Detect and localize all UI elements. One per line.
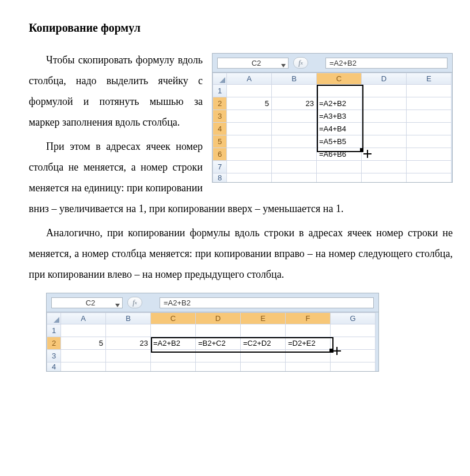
row-header-2[interactable]: 2	[47, 337, 61, 350]
fx-icon[interactable]: fx	[127, 297, 142, 308]
spreadsheet-grid[interactable]: A B C D E 1 2 5 23 =A2+B2 3=A3+B3 4=A4+B…	[213, 73, 452, 182]
select-all-corner[interactable]	[213, 73, 227, 85]
row-header-2[interactable]: 2	[213, 97, 227, 110]
name-box-dropdown-icon[interactable]	[281, 61, 286, 69]
col-header-G[interactable]: G	[331, 313, 376, 324]
col-header-A[interactable]: A	[227, 73, 272, 85]
row-header-4[interactable]: 4	[47, 362, 61, 372]
row-header-8[interactable]: 8	[213, 173, 227, 183]
col-header-B[interactable]: B	[272, 73, 317, 85]
name-box[interactable]: C2	[51, 297, 123, 308]
row-header-4[interactable]: 4	[213, 123, 227, 135]
paragraph-2: Аналогично, при копировании формулы вдол…	[29, 222, 453, 285]
name-box-value: C2	[252, 59, 261, 67]
formula-bar[interactable]: =A2+B2	[325, 58, 448, 69]
excel-figure-vertical: C2 fx =A2+B2 A B C D E	[212, 53, 453, 183]
col-header-D[interactable]: D	[362, 73, 407, 85]
col-header-C[interactable]: C	[317, 73, 362, 85]
spreadsheet-grid[interactable]: A B C D E F G 1 2 5 23 =A2+B2 =B2+C2 =C2…	[47, 312, 376, 371]
col-header-F[interactable]: F	[286, 313, 331, 324]
fill-cursor-icon	[333, 347, 341, 355]
page-title: Копирование формул	[29, 16, 453, 39]
name-box-value: C2	[86, 299, 96, 307]
row-header-1[interactable]: 1	[47, 324, 61, 337]
excel-figure-horizontal: C2 fx =A2+B2 A B C D E F G 1	[46, 293, 379, 372]
col-header-E[interactable]: E	[241, 313, 286, 324]
name-box-dropdown-icon[interactable]	[115, 301, 120, 308]
cell-C2[interactable]: =A2+B2	[151, 337, 196, 350]
cell-C6[interactable]: =A6+B6	[317, 148, 362, 161]
row-header-1[interactable]: 1	[213, 85, 227, 97]
cell-E2[interactable]: =C2+D2	[241, 337, 286, 350]
col-header-E[interactable]: E	[407, 73, 452, 85]
fill-cursor-icon	[363, 150, 372, 158]
name-box[interactable]: C2	[217, 58, 289, 69]
col-header-D[interactable]: D	[196, 313, 241, 324]
row-header-3[interactable]: 3	[47, 350, 61, 362]
cell-B2[interactable]: 23	[106, 337, 151, 350]
cell-C2[interactable]: =A2+B2	[317, 97, 362, 110]
formula-bar-value: =A2+B2	[164, 299, 191, 307]
cell-C4[interactable]: =A4+B4	[317, 123, 362, 135]
formula-bar-value: =A2+B2	[329, 59, 357, 67]
cell-C5[interactable]: =A5+B5	[317, 135, 362, 148]
cell-D2[interactable]: =B2+C2	[196, 337, 241, 350]
formula-bar[interactable]: =A2+B2	[160, 297, 374, 308]
row-header-3[interactable]: 3	[213, 110, 227, 123]
cell-C3[interactable]: =A3+B3	[317, 110, 362, 123]
row-header-7[interactable]: 7	[213, 161, 227, 173]
cell-A2[interactable]: 5	[227, 97, 272, 110]
col-header-B[interactable]: B	[106, 313, 151, 324]
col-header-C[interactable]: C	[151, 313, 196, 324]
select-all-corner[interactable]	[47, 313, 61, 324]
col-header-A[interactable]: A	[61, 313, 106, 324]
cell-F2[interactable]: =D2+E2	[286, 337, 331, 350]
cell-B2[interactable]: 23	[272, 97, 317, 110]
row-header-6[interactable]: 6	[213, 148, 227, 161]
row-header-5[interactable]: 5	[213, 135, 227, 148]
cell-A2[interactable]: 5	[61, 337, 106, 350]
fx-icon[interactable]: fx	[293, 57, 308, 69]
